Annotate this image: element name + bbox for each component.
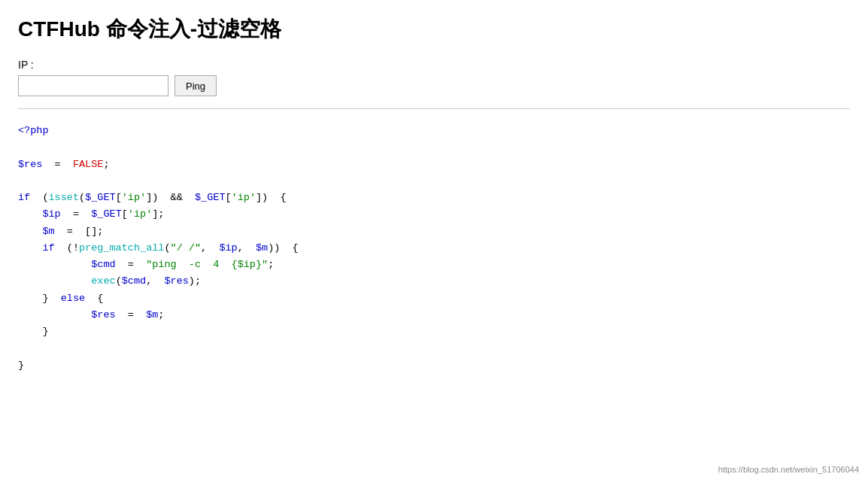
ip-row: Ping <box>18 75 850 96</box>
code-line-blank1 <box>18 139 850 156</box>
ip-input[interactable] <box>18 75 168 96</box>
code-line-res2: $res = $m; <box>18 307 850 324</box>
divider <box>18 108 850 109</box>
code-line-cmd: $cmd = "ping -c 4 {$ip}"; <box>18 257 850 273</box>
code-line-ip: $ip = $_GET['ip']; <box>18 206 850 223</box>
code-line-blank2 <box>18 173 850 190</box>
code-line-if2: if (!preg_match_all("/ /", $ip, $m)) { <box>18 240 850 257</box>
code-line-1: <?php <box>18 123 850 139</box>
code-block: <?php $res = FALSE; if (isset($_GET['ip'… <box>18 123 850 374</box>
code-line-blank3 <box>18 340 850 357</box>
code-line-res: $res = FALSE; <box>18 156 850 173</box>
code-line-if1: if (isset($_GET['ip']) && $_GET['ip']) { <box>18 190 850 206</box>
code-line-else: } else { <box>18 290 850 307</box>
code-line-close1: } <box>18 324 850 340</box>
code-line-exec: exec($cmd, $res); <box>18 273 850 290</box>
ip-label: IP : <box>18 59 850 71</box>
code-line-m: $m = []; <box>18 223 850 240</box>
ping-button[interactable]: Ping <box>175 75 217 96</box>
page-title: CTFHub 命令注入-过滤空格 <box>18 15 850 44</box>
code-line-close2: } <box>18 357 850 374</box>
